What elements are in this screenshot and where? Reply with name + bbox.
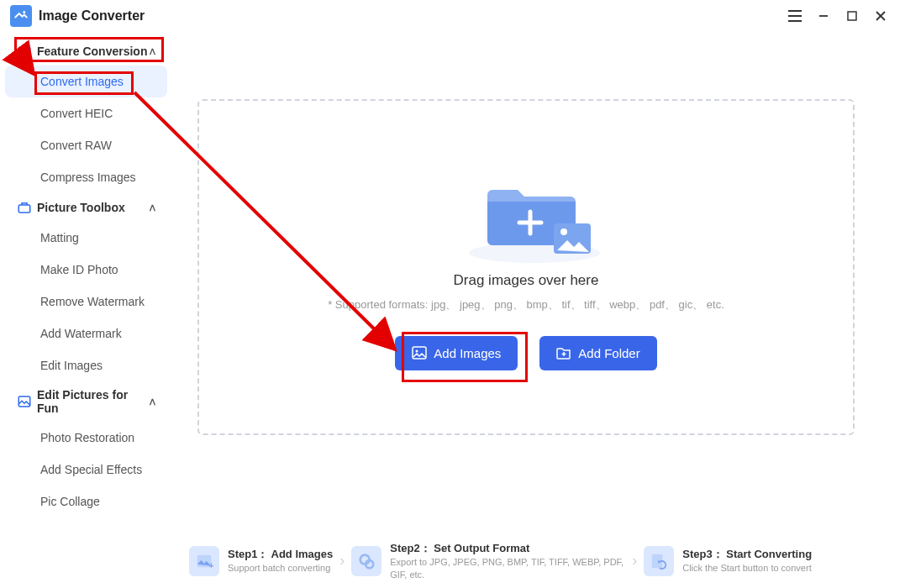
folder-upload-icon xyxy=(463,165,589,257)
image-icon xyxy=(412,346,427,360)
sidebar: Feature Conversion ᐱ Convert Images Conv… xyxy=(0,32,172,588)
sidebar-item-add-special-effects[interactable]: Add Special Effects xyxy=(0,454,172,486)
step3-icon xyxy=(644,546,674,576)
sidebar-item-convert-heic[interactable]: Convert HEIC xyxy=(0,97,172,129)
sidebar-item-convert-raw[interactable]: Convert RAW xyxy=(0,129,172,161)
svg-point-0 xyxy=(23,11,25,13)
supported-formats-text: * Supported formats: jpg、 jpeg、 png、 bmp… xyxy=(328,297,724,312)
svg-point-18 xyxy=(416,350,418,353)
app-title: Image Converter xyxy=(39,8,145,24)
folder-plus-icon xyxy=(556,346,571,360)
step2-title: Step2： Set Output Format xyxy=(390,541,625,556)
step2-desc: Export to JPG, JPEG, PNG, BMP, TIF, TIFF… xyxy=(390,556,625,580)
minimize-button[interactable] xyxy=(809,4,838,28)
step-1: + Step1： Add Images Support batch conver… xyxy=(189,546,333,576)
close-button[interactable] xyxy=(866,4,895,28)
add-images-button[interactable]: Add Images xyxy=(395,336,518,370)
app-logo xyxy=(10,5,32,27)
maximize-button[interactable] xyxy=(838,4,866,28)
step1-icon: + xyxy=(189,546,219,576)
svg-marker-8 xyxy=(18,45,30,58)
sidebar-item-photo-restoration[interactable]: Photo Restoration xyxy=(0,422,172,454)
step3-desc: Click the Start button to convert xyxy=(682,562,812,574)
chevron-up-icon: ᐱ xyxy=(150,397,155,407)
steps-bar: + Step1： Add Images Support batch conver… xyxy=(181,533,905,588)
chevron-up-icon: ᐱ xyxy=(150,203,155,213)
sidebar-item-edit-images[interactable]: Edit Images xyxy=(0,349,172,381)
sidebar-item-convert-images[interactable]: Convert Images xyxy=(5,66,167,97)
chevron-up-icon: ᐱ xyxy=(150,47,155,56)
titlebar: Image Converter xyxy=(0,0,905,32)
hamburger-menu-icon[interactable] xyxy=(781,4,809,28)
svg-rect-10 xyxy=(18,205,30,213)
nav-section-edit-pictures-for-fun[interactable]: Edit Pictures for Fun ᐱ xyxy=(0,381,172,422)
step3-title: Step3： Start Converting xyxy=(682,547,812,562)
sidebar-item-compress-images[interactable]: Compress Images xyxy=(0,161,172,193)
drag-prompt-text: Drag images over here xyxy=(454,272,599,289)
svg-point-16 xyxy=(560,228,567,235)
dropzone[interactable]: Drag images over here * Supported format… xyxy=(197,99,855,435)
nav-section-picture-toolbox[interactable]: Picture Toolbox ᐱ xyxy=(0,193,172,222)
picture-icon xyxy=(17,394,32,409)
sidebar-item-add-watermark[interactable]: Add Watermark xyxy=(0,318,172,349)
nav-section-feature-conversion[interactable]: Feature Conversion ᐱ xyxy=(0,37,172,66)
step-3: Step3： Start Converting Click the Start … xyxy=(644,546,812,576)
sidebar-item-pic-collage[interactable]: Pic Collage xyxy=(0,486,172,517)
step2-icon xyxy=(351,546,381,576)
svg-rect-5 xyxy=(848,12,856,20)
step-2: Step2： Set Output Format Export to JPG, … xyxy=(351,541,625,580)
chevron-right-icon: › xyxy=(339,552,345,570)
sidebar-item-remove-watermark[interactable]: Remove Watermark xyxy=(0,286,172,318)
sidebar-item-make-id-photo[interactable]: Make ID Photo xyxy=(0,254,172,286)
svg-point-9 xyxy=(23,50,27,54)
sidebar-item-matting[interactable]: Matting xyxy=(0,222,172,254)
step1-desc: Support batch converting xyxy=(228,562,333,574)
add-folder-button[interactable]: Add Folder xyxy=(539,336,656,370)
chevron-right-icon: › xyxy=(632,552,637,570)
svg-text:+: + xyxy=(209,561,214,570)
step1-title: Step1： Add Images xyxy=(228,547,333,562)
hexagon-icon xyxy=(17,44,32,59)
main-area: Drag images over here * Supported format… xyxy=(172,32,905,588)
toolbox-icon xyxy=(17,200,32,215)
